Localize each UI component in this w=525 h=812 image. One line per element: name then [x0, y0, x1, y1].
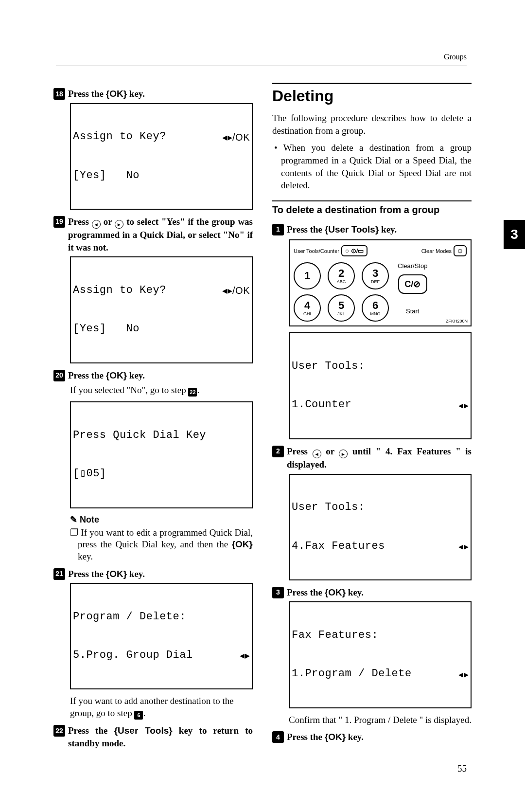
key-label: OK	[235, 539, 249, 549]
clearmodes-button-icon: ⊙	[454, 245, 467, 256]
step-3: 3 Press the {OK} key.	[272, 586, 472, 599]
intro-text: The following procedure describes how to…	[272, 112, 472, 137]
text: key.	[78, 551, 93, 561]
body-text: If you selected "No", go to step 22.	[70, 384, 253, 397]
start-label: Start	[406, 307, 419, 315]
lcd-line: 1.Program / Delete	[292, 668, 412, 680]
text: key.	[127, 89, 145, 99]
bracket: }	[342, 587, 346, 597]
section-title: Deleting	[272, 87, 472, 105]
lcd-line: Program / Delete:	[73, 611, 250, 623]
key-digit: 4	[304, 300, 310, 311]
lcd-line: 4.Fax Features	[292, 540, 385, 553]
step-number-icon: 3	[272, 587, 284, 598]
right-arrow-icon: ▸	[339, 450, 348, 458]
key-label: OK	[328, 587, 342, 597]
step-text: Press the {OK} key.	[68, 88, 253, 100]
text: key.	[346, 587, 364, 597]
key-sublabel: JKL	[337, 312, 345, 316]
key-digit: 3	[372, 268, 378, 279]
lcd-line: [▯05]	[73, 468, 250, 480]
header-section: Groups	[444, 53, 467, 61]
left-arrow-icon: ◂	[92, 220, 101, 229]
keypad-key-6: 6MNO	[362, 294, 389, 322]
numeric-keypad: 12ABC3DEF4GHI5JKL6MNO	[294, 262, 389, 322]
step-20: 20 Press the {OK} key.	[53, 369, 253, 382]
lcd-display: User Tools: 4.Fax Features ◂▸	[289, 474, 472, 580]
lcd-display: Assign to Key? ◂▸/OK [Yes] No	[70, 103, 253, 210]
keypad-key-4: 4GHI	[294, 294, 321, 322]
note-item: If you want to edit a programmed Quick D…	[78, 527, 253, 563]
key-sublabel: MNO	[370, 312, 381, 316]
bracket: {	[114, 725, 118, 736]
step-22: 22 Press the {User Tools} key to return …	[53, 724, 253, 749]
text: If you selected "No", go to step	[70, 385, 188, 395]
step-text: Press ◂ or ▸ until " 4. Fax Features " i…	[287, 445, 472, 471]
step-number-icon: 20	[53, 370, 65, 381]
lcd-indicator: ◂▸/OK	[222, 131, 250, 143]
lcd-display: User Tools: 1.Counter ◂▸	[289, 332, 472, 439]
step-21: 21 Press the {OK} key.	[53, 568, 253, 580]
key-digit: 5	[338, 300, 344, 311]
lcd-indicator: ◂▸	[458, 399, 469, 411]
lcd-display: Press Quick Dial Key [▯05]	[70, 401, 253, 508]
text: If you want to add another destination t…	[70, 696, 234, 718]
panel-label: Clear Modes	[421, 245, 452, 256]
key-sublabel: DEF	[371, 280, 380, 284]
lcd-line: [Yes] No	[73, 323, 250, 335]
lcd-line: User Tools:	[292, 501, 469, 514]
step-18: 18 Press the {OK} key.	[53, 88, 253, 100]
left-arrow-icon: ◂	[313, 450, 321, 458]
text: .	[197, 385, 199, 395]
text: Press the	[287, 224, 325, 235]
lcd-line: 5.Prog. Group Dial	[73, 649, 193, 662]
step-1: 1 Press the {User Tools} key.	[272, 223, 472, 236]
header-rule	[56, 66, 467, 66]
lcd-display: Program / Delete: 5.Prog. Group Dial ◂▸	[70, 583, 253, 689]
step-ref-icon: 22	[188, 388, 197, 397]
step-number-icon: 21	[53, 568, 65, 580]
lcd-line: User Tools:	[292, 360, 469, 373]
key-label: OK	[328, 732, 342, 742]
lcd-indicator: ◂▸/OK	[222, 285, 250, 296]
lcd-line: Fax Features:	[292, 629, 469, 642]
text: If you want to edit a programmed Quick D…	[78, 527, 253, 550]
key-label: User Tools	[328, 224, 375, 235]
text: Press the	[287, 732, 325, 742]
usertools-button-icon: ○ ⊙/▭	[341, 245, 368, 256]
text: .	[143, 708, 145, 718]
step-number-icon: 4	[272, 731, 284, 743]
step-number-icon: 2	[272, 446, 284, 457]
step-text: Press the {OK} key.	[68, 568, 253, 580]
key-label: OK	[109, 569, 123, 579]
step-text: Press the {OK} key.	[287, 586, 472, 599]
section-rule	[272, 83, 472, 84]
bracket: }	[249, 539, 253, 549]
lcd-line: 1.Counter	[292, 398, 351, 411]
key-digit: 2	[338, 268, 344, 279]
key-label: OK	[109, 370, 123, 380]
bracket: {	[232, 539, 235, 549]
lcd-display: Assign to Key? ◂▸/OK [Yes] No	[70, 256, 253, 363]
step-text: Press the {OK} key.	[68, 369, 253, 382]
key-sublabel: ABC	[337, 280, 346, 284]
control-panel-diagram: User Tools/Counter ○ ⊙/▭ Clear Modes ⊙ 1…	[289, 239, 472, 326]
text: or	[321, 446, 339, 456]
key-digit: 6	[372, 300, 378, 311]
page: Groups 18 Press the {OK} key. Assign to …	[0, 0, 525, 781]
right-arrow-icon: ▸	[115, 220, 123, 229]
text: key.	[127, 569, 145, 579]
body-text: If you want to add another destination t…	[70, 695, 253, 720]
text: Press the	[68, 89, 106, 99]
step-text: Press the {User Tools} key to return to …	[68, 724, 253, 749]
step-19: 19 Press ◂ or ▸ to select "Yes" if the g…	[53, 216, 253, 254]
bracket: }	[123, 569, 127, 579]
text: Press	[287, 446, 313, 456]
key-label: User Tools	[118, 725, 169, 736]
step-number-icon: 1	[272, 224, 284, 235]
text: or	[101, 217, 115, 227]
sub-heading: To delete a destination from a group	[272, 204, 472, 216]
text: key.	[379, 224, 397, 235]
key-label: OK	[109, 89, 123, 99]
lcd-indicator: ◂▸	[240, 650, 250, 661]
